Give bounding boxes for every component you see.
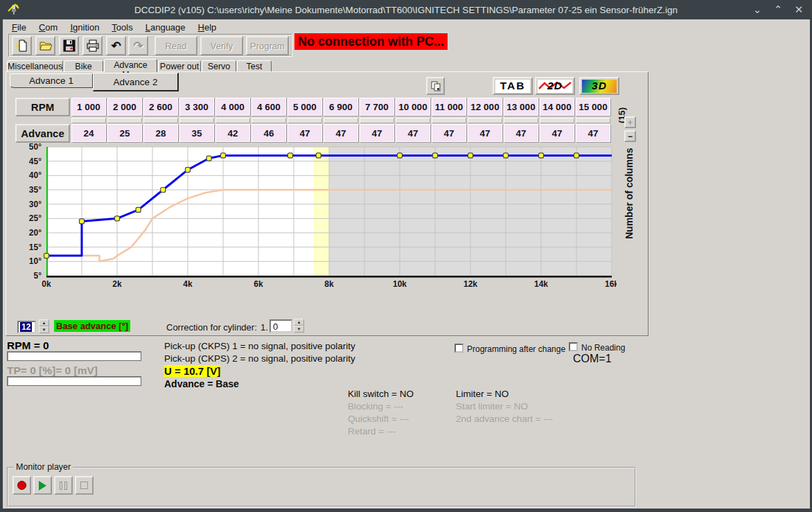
advance-cell[interactable]: 47 (504, 124, 538, 142)
rpm-cell[interactable]: 13 000 (504, 98, 538, 116)
spin-down-icon[interactable]: ▼ (39, 326, 49, 333)
add-column-button[interactable]: + (624, 116, 636, 128)
rpm-cell[interactable]: 1 000 (71, 98, 106, 116)
advance-cell[interactable]: 42 (215, 124, 250, 142)
svg-text:12k: 12k (464, 279, 477, 288)
menu-help[interactable]: Help (192, 21, 223, 34)
tab-advance-map[interactable]: Advance Map (104, 59, 157, 72)
pause-button[interactable] (54, 476, 73, 495)
rpm-cell[interactable]: 4 000 (215, 98, 250, 116)
advance-cell[interactable]: 47 (324, 124, 358, 142)
save-button[interactable] (59, 36, 79, 55)
menu-tools[interactable]: Tools (105, 21, 139, 34)
column-strip (251, 118, 286, 123)
view-3d-button[interactable]: 3D (579, 77, 619, 95)
2d-view-label: 2D (547, 80, 563, 92)
pickup2-status: Pick-up (CKPS) 2 = no signal, positive p… (164, 353, 355, 364)
base-advance-stepper[interactable]: ▲ ▼ (39, 319, 49, 333)
advance-cell[interactable]: 47 (360, 124, 394, 142)
stop-button[interactable] (75, 476, 94, 495)
correction-input[interactable]: 0 (270, 319, 292, 333)
close-button[interactable]: ✕ (793, 3, 805, 16)
window-border-bottom (0, 509, 812, 512)
rpm-cell[interactable]: 14 000 (540, 98, 574, 116)
svg-text:16k: 16k (605, 279, 617, 288)
advance-cell[interactable]: 47 (432, 124, 466, 142)
tab-miscellaneous[interactable]: Miscellaneous (7, 60, 63, 72)
rpm-cell[interactable]: 3 300 (179, 98, 214, 116)
minimize-button[interactable]: ⌄ (751, 3, 764, 16)
tab-view-label: TAB (500, 80, 526, 92)
new-file-button[interactable] (12, 36, 32, 55)
maximize-button[interactable]: ⌃ (772, 3, 784, 16)
advance-cell[interactable]: 46 (251, 124, 286, 142)
view-2d-button[interactable]: 2D (535, 77, 575, 95)
rpm-cell[interactable]: 15 000 (576, 98, 610, 116)
tab-test[interactable]: Test (237, 60, 272, 72)
tab-servo[interactable]: Servo (202, 60, 236, 72)
advance-cell[interactable]: 28 (143, 124, 178, 142)
rpm-cell[interactable]: 2 600 (143, 98, 178, 116)
menu-language[interactable]: Language (139, 21, 192, 34)
spin-up-icon[interactable]: ▲ (39, 319, 49, 326)
base-advance-input[interactable]: 12 (17, 321, 36, 333)
advance-cell[interactable]: 47 (576, 124, 610, 142)
remove-column-button[interactable]: − (624, 130, 636, 142)
subtab-advance-2[interactable]: Advance 2 (93, 73, 179, 91)
advance-cell[interactable]: 47 (540, 124, 574, 142)
menu-file[interactable]: File (6, 21, 33, 34)
retard-status: Retard = --- (348, 426, 396, 436)
advance-cell[interactable]: 47 (468, 124, 502, 142)
advance-cell[interactable]: 35 (179, 124, 214, 142)
column-strip (576, 118, 610, 123)
program-button[interactable]: Program (246, 36, 289, 55)
window-border-left (0, 19, 3, 512)
spin-up-icon[interactable]: ▲ (294, 319, 304, 326)
svg-text:45°: 45° (29, 157, 42, 166)
column-strip (288, 118, 322, 123)
base-advance-value: 12 (20, 322, 32, 332)
advance-cell[interactable]: 47 (396, 124, 430, 142)
monitor-player-title: Monitor player (14, 462, 73, 472)
rpm-cell[interactable]: 2 000 (107, 98, 142, 116)
record-button[interactable] (12, 476, 31, 495)
view-table-button[interactable]: TAB (493, 77, 533, 95)
column-strip (360, 118, 394, 123)
advance-cell[interactable]: 47 (288, 124, 322, 142)
undo-button[interactable]: ↶ (106, 36, 126, 55)
play-button[interactable] (33, 476, 52, 495)
tab-power-out[interactable]: Power out (158, 60, 201, 72)
no-reading-checkbox[interactable] (569, 342, 578, 351)
advance-row-header: Advance (15, 124, 70, 143)
spin-down-icon[interactable]: ▼ (294, 326, 304, 333)
column-strip (215, 118, 250, 123)
advance-cell[interactable]: 24 (71, 124, 106, 142)
advance-cell[interactable]: 25 (107, 124, 142, 142)
print-button[interactable] (82, 36, 103, 55)
rpm-cell[interactable]: 6 900 (324, 98, 358, 116)
tab-bike[interactable]: Bike (64, 60, 103, 72)
menu-ignition[interactable]: Ignition (64, 21, 105, 34)
print-icon (86, 39, 100, 53)
rpm-cell[interactable]: 4 600 (251, 98, 286, 116)
open-file-button[interactable] (35, 36, 55, 55)
rpm-cell[interactable]: 11 000 (432, 98, 466, 116)
blocking-status: Blocking = --- (348, 401, 403, 412)
correction-stepper[interactable]: ▲ ▼ (294, 319, 304, 333)
quickshift-status: Quickshift = --- (348, 414, 409, 424)
subtab-advance-1[interactable]: Advance 1 (10, 73, 93, 88)
redo-button[interactable]: ↷ (128, 36, 148, 55)
menu-com[interactable]: Com (33, 21, 64, 34)
rpm-cell[interactable]: 5 000 (288, 98, 322, 116)
column-strip (540, 118, 574, 123)
rpm-cell[interactable]: 12 000 (468, 98, 502, 116)
read-button[interactable]: Read (155, 36, 197, 55)
rpm-cell[interactable]: 10 000 (396, 98, 430, 116)
copy-chart-button[interactable] (426, 77, 445, 95)
verify-button[interactable]: Verify (200, 36, 243, 55)
advance-chart[interactable]: 5°10°15°20°25°30°35°40°45°50°0k2k4k6k8k1… (14, 141, 617, 288)
rpm-cell[interactable]: 7 700 (360, 98, 394, 116)
new-file-icon (15, 39, 29, 53)
programming-after-change-checkbox[interactable] (454, 344, 464, 353)
selected-column-highlight (313, 147, 329, 276)
